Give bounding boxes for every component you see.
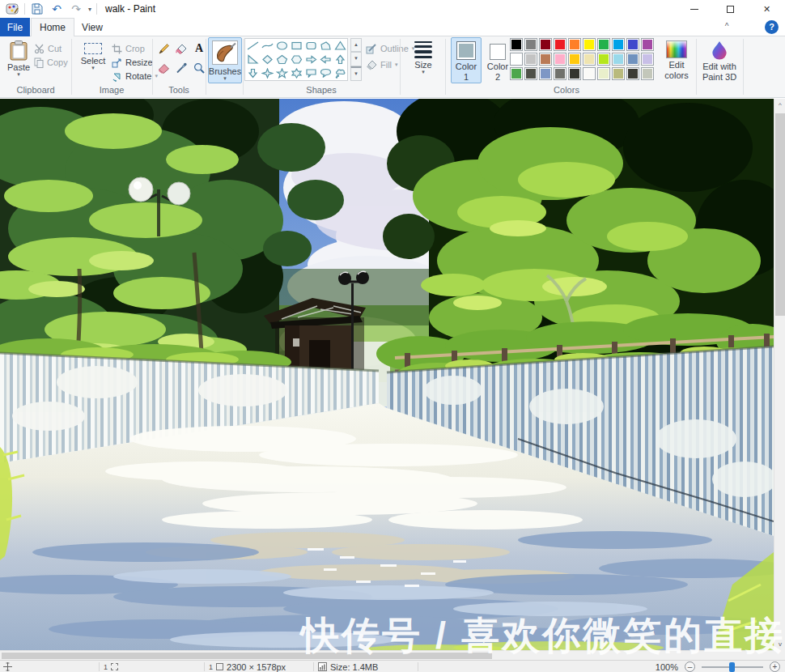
shape-curve[interactable] [260,39,274,53]
palette-swatch[interactable] [568,38,581,51]
palette-swatch[interactable] [612,53,625,66]
shape-five-point-star[interactable] [274,66,289,80]
zoom-out-button[interactable]: – [685,661,695,672]
copy-button[interactable]: Copy [34,56,68,69]
edit-with-paint3d-button[interactable]: Edit withPaint 3D [699,37,740,83]
horizontal-scroll-thumb[interactable] [2,653,492,659]
edit-colors-button[interactable]: Editcolors [659,37,694,83]
resize-button[interactable]: Resize [112,56,153,69]
tab-view[interactable]: View [74,18,110,36]
pencil-tool[interactable] [156,41,171,56]
fill-tool[interactable] [174,41,189,56]
text-tool[interactable]: A [192,41,206,56]
scroll-up-arrow[interactable]: ^ [774,99,785,111]
palette-swatch[interactable] [539,67,552,80]
vertical-scroll-thumb[interactable] [775,113,785,316]
drawing-canvas[interactable] [0,99,774,650]
magnifier-tool[interactable] [192,61,206,75]
brushes-button[interactable]: Brushes ▾ [208,37,242,83]
help-icon[interactable]: ? [765,20,779,34]
shape-rectangle[interactable] [289,39,303,53]
zoom-in-button[interactable]: + [770,661,780,672]
shapes-scroll-up[interactable]: ▲ [350,38,362,52]
palette-swatch[interactable] [641,67,654,80]
eraser-tool[interactable] [156,61,171,75]
select-button[interactable]: Select ▾ [78,37,108,83]
palette-swatch[interactable] [626,67,639,80]
size-dropdown[interactable]: ▾ [422,70,425,74]
close-button[interactable]: ✕ [749,0,785,18]
save-button[interactable] [30,2,45,16]
palette-swatch[interactable] [554,67,566,80]
shape-rounded-callout[interactable] [303,66,318,80]
palette-swatch[interactable] [626,38,639,51]
palette-swatch[interactable] [524,38,537,51]
zoom-slider[interactable] [702,666,763,668]
color2-button[interactable]: Color2 [484,37,511,83]
app-icon[interactable] [5,2,19,16]
shapes-more[interactable]: ▼ [350,66,362,81]
maximize-button[interactable] [712,0,749,18]
vertical-scrollbar[interactable]: ^ v [774,99,785,650]
shape-polygon[interactable] [318,39,333,53]
horizontal-scrollbar[interactable] [0,650,774,660]
palette-swatch[interactable] [583,53,596,66]
palette-swatch[interactable] [539,53,552,66]
palette-swatch[interactable] [641,53,654,66]
customize-toolbar-dropdown[interactable]: ▾ [88,6,91,13]
shape-triangle[interactable] [333,39,347,53]
redo-button[interactable]: ↷ [69,2,83,16]
color-picker-tool[interactable] [174,61,189,75]
minimize-button[interactable] [676,0,712,18]
rotate-button[interactable]: Rotate ▾ [112,70,158,83]
shape-ellipse[interactable] [274,39,289,53]
paste-button[interactable]: Paste ▾ [5,37,32,83]
zoom-slider-thumb[interactable] [729,662,735,672]
shape-line[interactable] [245,39,260,53]
scroll-down-arrow[interactable]: v [774,638,785,650]
shape-diamond[interactable] [260,53,274,66]
cut-button[interactable]: Cut [34,42,62,55]
shape-cloud-callout[interactable] [333,66,347,80]
palette-swatch[interactable] [568,53,581,66]
palette-swatch[interactable] [583,38,596,51]
palette-swatch[interactable] [597,38,610,51]
select-dropdown[interactable]: ▾ [91,66,95,70]
palette-swatch[interactable] [524,67,537,80]
shape-oval-callout[interactable] [318,66,333,80]
tab-home[interactable]: Home [31,18,74,36]
tab-file[interactable]: File [0,18,30,36]
palette-swatch[interactable] [641,38,654,51]
shape-fill-button[interactable]: Fill ▾ [366,58,398,71]
undo-button[interactable]: ↶ [49,2,64,16]
color1-button[interactable]: Color1 [451,37,482,83]
shape-arrow-down[interactable] [245,66,260,80]
palette-swatch[interactable] [510,38,523,51]
shape-arrow-left[interactable] [318,53,333,66]
collapse-ribbon-icon[interactable]: ^ [720,22,733,33]
size-button[interactable]: Size ▾ [408,37,439,83]
shape-right-triangle[interactable] [245,53,260,66]
palette-swatch[interactable] [554,53,566,66]
palette-swatch[interactable] [626,53,639,66]
palette-swatch[interactable] [597,53,610,66]
paste-dropdown[interactable]: ▾ [17,72,20,77]
shape-four-point-star[interactable] [260,66,274,80]
brushes-dropdown[interactable]: ▾ [223,76,227,81]
shapes-scroll-down[interactable]: ▼ [350,52,362,66]
shape-arrow-up[interactable] [333,53,347,66]
palette-swatch[interactable] [597,67,610,80]
palette-swatch[interactable] [583,67,596,80]
palette-swatch[interactable] [510,53,523,66]
crop-button[interactable]: Crop [112,42,145,55]
palette-swatch[interactable] [612,67,625,80]
palette-swatch[interactable] [612,38,625,51]
palette-swatch[interactable] [524,53,537,66]
shape-hexagon[interactable] [289,53,303,66]
shape-six-point-star[interactable] [289,66,303,80]
shape-rounded-rectangle[interactable] [303,39,318,53]
palette-swatch[interactable] [539,38,552,51]
palette-swatch[interactable] [510,67,523,80]
shape-arrow-right[interactable] [303,53,318,66]
palette-swatch[interactable] [554,38,566,51]
